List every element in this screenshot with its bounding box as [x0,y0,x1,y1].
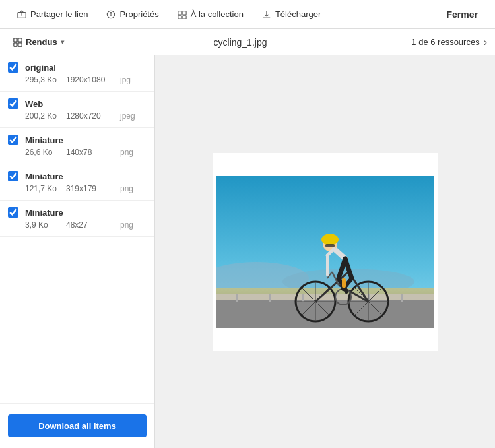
render-item-meta: 295,3 Ko 1920x1080 jpg [8,75,147,84]
svg-rect-8 [183,15,186,18]
render-checkbox-1[interactable] [8,98,18,109]
render-item-format: jpg [120,75,131,84]
render-item-header: Miniature [8,171,147,181]
render-item-size: 3,9 Ko [25,220,58,230]
share-label: Partager le lien [30,9,88,19]
render-item-header: original [8,62,147,73]
download-toolbar-button[interactable]: Télécharger [253,0,330,28]
render-item: Miniature 3,9 Ko 48x27 png [0,201,154,237]
render-item-header: Web [8,98,147,109]
render-item-header: Miniature [8,207,147,218]
svg-rect-22 [269,294,271,302]
svg-rect-6 [183,11,186,14]
render-item-dimensions: 1920x1080 [66,75,112,84]
download-all-label: Download all items [38,421,116,431]
share-icon [17,10,26,19]
render-item-meta: 26,6 Ko 140x78 png [8,148,147,157]
svg-rect-53 [325,244,335,247]
render-item-name: Web [25,99,43,109]
render-item-format: png [120,148,133,157]
preview-container [213,153,438,351]
nav-text: 1 de 6 ressources [411,37,479,47]
rendus-label: Rendus [26,37,57,47]
render-item-format: png [120,220,133,230]
svg-rect-11 [14,38,17,41]
close-button[interactable]: Fermer [438,0,487,28]
render-checkbox-3[interactable] [8,171,18,181]
svg-point-46 [321,234,339,245]
cycling-preview-image [216,176,434,328]
top-toolbar: Partager le lien Propriétés À la collect… [0,0,495,29]
render-item-meta: 3,9 Ko 48x27 png [8,220,147,230]
properties-button[interactable]: Propriétés [97,0,168,28]
svg-rect-26 [401,294,403,302]
render-item-name: Miniature [25,172,63,181]
render-item-header: Miniature [8,135,147,145]
svg-rect-14 [18,42,22,46]
render-item: Miniature 26,6 Ko 140x78 png [0,128,154,164]
render-item-name: original [25,63,56,73]
properties-label: Propriétés [119,9,158,19]
render-item-format: png [120,184,133,193]
close-label: Fermer [447,9,478,20]
render-checkbox-2[interactable] [8,135,18,145]
svg-rect-12 [18,38,22,41]
info-icon [106,10,116,19]
render-item-dimensions: 319x179 [66,184,112,193]
render-item-name: Miniature [25,135,63,145]
left-panel: original 295,3 Ko 1920x1080 jpg Web 200,… [0,55,155,448]
share-button[interactable]: Partager le lien [8,0,97,28]
render-item-name: Miniature [25,208,63,218]
right-panel [155,55,495,448]
main-area: original 295,3 Ko 1920x1080 jpg Web 200,… [0,55,495,448]
render-item: Miniature 121,7 Ko 319x179 png [0,164,154,201]
render-list: original 295,3 Ko 1920x1080 jpg Web 200,… [0,55,154,237]
render-item-size: 200,2 Ko [25,112,58,121]
collection-button[interactable]: À la collection [168,0,253,28]
render-item-size: 121,7 Ko [25,184,58,193]
render-item-format: jpeg [120,112,135,121]
svg-rect-19 [216,298,434,328]
svg-rect-5 [178,11,182,14]
svg-rect-21 [236,294,238,302]
render-item-dimensions: 48x27 [66,220,112,230]
resource-navigation: 1 de 6 ressources › [411,36,487,48]
svg-rect-23 [302,294,304,302]
collection-label: À la collection [191,9,244,19]
svg-rect-7 [178,15,182,18]
chevron-down-icon: ▾ [61,38,64,46]
rendus-icon [13,38,22,47]
svg-rect-54 [342,278,346,288]
render-checkbox-0[interactable] [8,62,18,73]
download-toolbar-label: Télécharger [275,9,321,19]
render-item-size: 295,3 Ko [25,75,58,84]
rendus-button[interactable]: Rendus ▾ [8,34,69,49]
sub-toolbar: Rendus ▾ cycling_1.jpg 1 de 6 ressources… [0,29,495,55]
render-checkbox-4[interactable] [8,207,18,218]
file-name: cycling_1.jpg [69,37,412,48]
render-item-meta: 200,2 Ko 1280x720 jpeg [8,112,147,121]
render-item-dimensions: 140x78 [66,148,112,157]
download-btn-area: Download all items [0,403,154,448]
render-item-size: 26,6 Ko [25,148,58,157]
render-item: original 295,3 Ko 1920x1080 jpg [0,55,154,92]
collection-icon [178,10,187,19]
svg-rect-13 [14,42,17,46]
render-item-meta: 121,7 Ko 319x179 png [8,184,147,193]
render-item-dimensions: 1280x720 [66,112,112,121]
render-item: Web 200,2 Ko 1280x720 jpeg [0,92,154,128]
download-all-button[interactable]: Download all items [8,414,147,437]
download-icon [262,10,271,19]
svg-point-4 [111,12,112,13]
nav-next-button[interactable]: › [484,36,487,48]
